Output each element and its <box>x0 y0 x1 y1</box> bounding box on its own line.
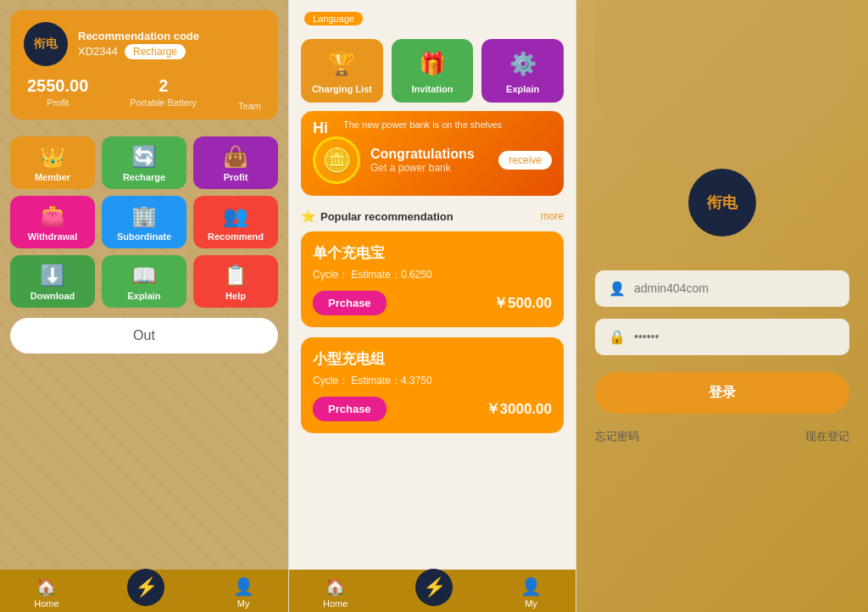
lock-input-icon: 🔒 <box>609 329 626 345</box>
download-button[interactable]: ⬇️ Download <box>10 255 95 308</box>
subordinate-label: Subordinate <box>117 231 171 242</box>
receive-button[interactable]: receive <box>498 151 552 170</box>
username-input-wrap: 👤 <box>595 270 849 307</box>
user-input-icon: 👤 <box>609 281 626 297</box>
bottom-nav-panel1: 🏠 Home ⚡ 👤 My <box>0 570 288 612</box>
charging-list-label: Charging List <box>312 84 372 94</box>
bottom-nav-panel2: 🏠 Home ⚡ 👤 My <box>289 570 576 612</box>
rec-code-label: Recommendation code <box>78 30 264 42</box>
language-badge[interactable]: Language <box>304 12 363 25</box>
function-grid: 👑 Member 🔄 Recharge 👜 Profit 👛 Withdrawa… <box>10 136 278 308</box>
team-stat: Team <box>238 76 261 111</box>
trophy-icon: 🏆 <box>328 51 355 77</box>
explain-top-button[interactable]: ⚙️ Explain <box>481 39 564 103</box>
invitation-button[interactable]: 🎁 Invitation <box>392 39 474 103</box>
recharge-button[interactable]: Recharge <box>125 44 186 59</box>
bag-icon: 👜 <box>223 147 248 167</box>
login-content: 衔电 👤 🔒 登录 忘记密码 现在登记 <box>576 152 868 461</box>
login-links: 忘记密码 现在登记 <box>595 429 849 444</box>
lightning-button-panel2[interactable]: ⚡ <box>415 569 453 606</box>
portable-stat: 2 Portable Battery <box>130 76 197 111</box>
p3-logo: 衔电 <box>688 169 756 236</box>
promo-title: Congratulations <box>370 147 488 162</box>
p3-arch-deco <box>595 0 849 170</box>
recommend-label: Recommend <box>208 231 264 242</box>
grid-icon: ⚙️ <box>509 51 537 77</box>
member-label: Member <box>35 172 70 182</box>
help-label: Help <box>225 291 246 301</box>
logo-circle: 衔电 <box>24 22 68 66</box>
header-card: 衔电 Recommendation code XD2344 Recharge 2… <box>10 10 278 120</box>
header-info: Recommendation code XD2344 Recharge <box>78 30 264 59</box>
product-1-cycle: Cycle： Estimate：0.6250 <box>313 268 552 282</box>
explain-label: Explain <box>127 291 160 301</box>
nav-my-panel1[interactable]: 👤 My <box>233 576 254 609</box>
nav-my-label: My <box>237 598 250 609</box>
promo-banner: Hi The new power bank is on the shelves … <box>301 111 564 196</box>
password-input[interactable] <box>634 330 836 343</box>
people-icon: 👥 <box>223 206 248 226</box>
product-2-name: 小型充电组 <box>313 349 552 369</box>
popular-row: ⭐ Popular recommendation more <box>289 204 576 228</box>
user-icon-panel2: 👤 <box>520 576 542 597</box>
lightning-button-panel1[interactable]: ⚡ <box>127 569 164 606</box>
nav-my-label-p2: My <box>525 598 537 609</box>
recommend-button[interactable]: 👥 Recommend <box>193 196 278 248</box>
home-icon-p2: 🏠 <box>325 576 346 597</box>
nav-home-panel2[interactable]: 🏠 Home <box>323 576 348 609</box>
login-button[interactable]: 登录 <box>595 372 849 414</box>
product-1-price: ￥500.00 <box>493 293 552 313</box>
login-form: 👤 🔒 登录 忘记密码 现在登记 <box>595 270 849 444</box>
gift-icon: 🎁 <box>419 51 446 77</box>
charging-list-button[interactable]: 🏆 Charging List <box>301 39 383 103</box>
username-input[interactable] <box>634 281 836 295</box>
invitation-label: Invitation <box>412 84 453 94</box>
register-link[interactable]: 现在登记 <box>805 429 849 444</box>
purchase-button-1[interactable]: Prchase <box>313 291 387 315</box>
nav-home-label-p2: Home <box>323 598 348 609</box>
withdrawal-label: Withdrawal <box>28 231 78 242</box>
nav-home-panel1[interactable]: 🏠 Home <box>34 576 58 609</box>
member-button[interactable]: 👑 Member <box>10 136 95 189</box>
product-2-cycle: Cycle： Estimate：4.3750 <box>313 374 552 388</box>
explain-button[interactable]: 📖 Explain <box>102 255 186 308</box>
more-link[interactable]: more <box>541 210 564 222</box>
product-1: 单个充电宝 Cycle： Estimate：0.6250 Prchase ￥50… <box>301 231 564 327</box>
out-button[interactable]: Out <box>10 318 278 353</box>
promo-notice: The new power bank is on the shelves <box>343 120 502 130</box>
purchase-button-2[interactable]: Prchase <box>313 397 387 421</box>
download-label: Download <box>31 291 75 301</box>
crown-icon: 👑 <box>40 147 65 167</box>
home-icon: 🏠 <box>36 576 57 597</box>
book-icon: 📖 <box>131 265 157 286</box>
nav-my-panel2[interactable]: 👤 My <box>520 576 542 609</box>
product-1-name: 单个充电宝 <box>313 243 552 263</box>
password-input-wrap: 🔒 <box>595 319 849 355</box>
withdrawal-button[interactable]: 👛 Withdrawal <box>10 196 95 248</box>
recharge-grid-label: Recharge <box>123 172 165 182</box>
profit-label: Profit <box>224 172 248 182</box>
panel-charging: Language 🏆 Charging List 🎁 Invitation ⚙️… <box>288 0 576 612</box>
nav-home-label: Home <box>34 598 58 609</box>
help-button[interactable]: 📋 Help <box>193 255 278 308</box>
explain-top-label: Explain <box>506 84 539 94</box>
panel-home: 衔电 Recommendation code XD2344 Recharge 2… <box>0 0 288 612</box>
promo-sub: Get a power bank <box>370 162 488 174</box>
promo-hi: Hi <box>313 120 328 137</box>
download-icon: ⬇️ <box>40 265 65 286</box>
refresh-icon: 🔄 <box>131 147 157 167</box>
wallet-icon: 👛 <box>40 206 65 226</box>
product-2: 小型充电组 Cycle： Estimate：4.3750 Prchase ￥30… <box>301 337 564 433</box>
product-2-price: ￥3000.00 <box>486 399 552 419</box>
rec-code-value: XD2344 <box>78 45 118 58</box>
recharge-grid-button[interactable]: 🔄 Recharge <box>102 136 186 189</box>
profit-stat: 2550.00 Profit <box>27 76 88 111</box>
star-icon: ⭐ <box>301 209 315 223</box>
subordinate-button[interactable]: 🏢 Subordinate <box>102 196 186 248</box>
forgot-link[interactable]: 忘记密码 <box>595 429 639 444</box>
org-icon: 🏢 <box>131 206 157 226</box>
popular-label: Popular recommendation <box>320 210 536 223</box>
user-icon-panel1: 👤 <box>233 576 254 597</box>
panel-login: 衔电 👤 🔒 登录 忘记密码 现在登记 <box>576 0 868 612</box>
profit-button[interactable]: 👜 Profit <box>193 136 278 189</box>
